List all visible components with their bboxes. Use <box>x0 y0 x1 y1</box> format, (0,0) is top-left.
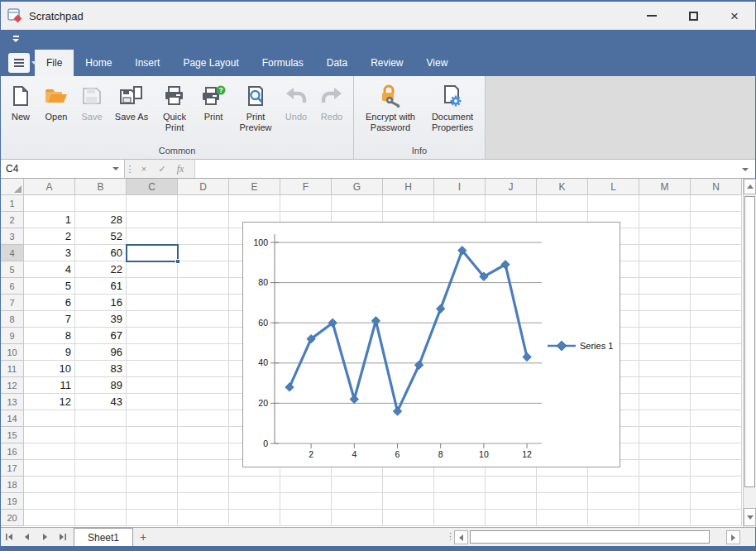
column-header-D[interactable]: D <box>178 179 229 195</box>
cell-A17[interactable] <box>24 460 75 477</box>
quick-access-dropdown-button[interactable] <box>12 36 19 42</box>
cell-J18[interactable] <box>486 477 537 493</box>
row-header-11[interactable]: 11 <box>1 361 24 377</box>
cell-M12[interactable] <box>639 377 691 394</box>
scroll-right-button[interactable] <box>726 530 740 544</box>
cell-M8[interactable] <box>639 311 691 328</box>
vertical-scrollbar[interactable] <box>743 179 756 527</box>
cell-A3[interactable]: 2 <box>24 228 75 245</box>
row-header-19[interactable]: 19 <box>1 493 24 510</box>
horizontal-scrollbar[interactable] <box>454 530 740 544</box>
encrypt-with-password-button[interactable]: Encrypt with Password <box>359 83 422 133</box>
cell-C18[interactable] <box>127 477 178 493</box>
cell-K18[interactable] <box>537 477 588 493</box>
cell-A15[interactable] <box>24 427 75 443</box>
cell-B2[interactable]: 28 <box>75 212 127 228</box>
cell-K20[interactable] <box>537 510 588 526</box>
cell-A19[interactable] <box>24 493 75 510</box>
row-header-2[interactable]: 2 <box>1 212 24 228</box>
cell-E1[interactable] <box>229 195 280 212</box>
next-sheet-button[interactable] <box>36 528 53 546</box>
cell-D19[interactable] <box>178 493 229 510</box>
cell-D2[interactable] <box>178 212 229 228</box>
cell-C10[interactable] <box>127 344 178 361</box>
cell-D18[interactable] <box>178 477 229 493</box>
cell-A16[interactable] <box>24 443 75 460</box>
save-as-button[interactable]: Save As <box>110 83 153 122</box>
cell-N18[interactable] <box>691 477 742 493</box>
cell-N8[interactable] <box>691 311 742 328</box>
cell-L18[interactable] <box>588 477 639 493</box>
cell-C5[interactable] <box>127 261 178 278</box>
tab-view[interactable]: View <box>415 50 460 76</box>
cell-M14[interactable] <box>639 410 691 427</box>
row-header-15[interactable]: 15 <box>1 427 24 443</box>
cell-K1[interactable] <box>537 195 588 212</box>
cell-G20[interactable] <box>332 510 383 526</box>
column-header-B[interactable]: B <box>75 179 127 195</box>
row-header-20[interactable]: 20 <box>1 510 24 526</box>
tab-data[interactable]: Data <box>315 50 359 76</box>
cell-N6[interactable] <box>691 278 742 295</box>
cell-D7[interactable] <box>178 295 229 311</box>
cell-D3[interactable] <box>178 228 229 245</box>
previous-sheet-button[interactable] <box>18 528 36 546</box>
cell-C15[interactable] <box>127 427 178 443</box>
row-header-5[interactable]: 5 <box>1 261 24 278</box>
insert-function-button[interactable]: fx <box>171 163 189 175</box>
cell-D16[interactable] <box>178 443 229 460</box>
cell-C1[interactable] <box>127 195 178 212</box>
cell-M11[interactable] <box>639 361 691 377</box>
cell-D6[interactable] <box>178 278 229 295</box>
cell-C16[interactable] <box>127 443 178 460</box>
ribbon-menu-button[interactable] <box>8 53 30 73</box>
cell-A6[interactable]: 5 <box>24 278 75 295</box>
row-header-10[interactable]: 10 <box>1 344 24 361</box>
cell-M13[interactable] <box>639 394 691 410</box>
column-header-H[interactable]: H <box>383 179 434 195</box>
cell-A11[interactable]: 10 <box>24 361 75 377</box>
cell-A13[interactable]: 12 <box>24 394 75 410</box>
cell-N9[interactable] <box>691 328 742 344</box>
scroll-left-button[interactable] <box>454 530 468 544</box>
row-header-13[interactable]: 13 <box>1 394 24 410</box>
cell-M5[interactable] <box>639 261 691 278</box>
cell-C17[interactable] <box>127 460 178 477</box>
cell-L19[interactable] <box>588 493 639 510</box>
cell-B5[interactable]: 22 <box>75 261 127 278</box>
cell-B12[interactable]: 89 <box>75 377 127 394</box>
cell-D12[interactable] <box>178 377 229 394</box>
formula-bar-splitter[interactable]: ⋮ <box>125 160 135 178</box>
cell-H18[interactable] <box>383 477 434 493</box>
cell-I19[interactable] <box>434 493 486 510</box>
row-header-4[interactable]: 4 <box>1 245 24 261</box>
cell-C14[interactable] <box>127 410 178 427</box>
cell-C12[interactable] <box>127 377 178 394</box>
row-header-7[interactable]: 7 <box>1 295 24 311</box>
cell-N10[interactable] <box>691 344 742 361</box>
scroll-up-button[interactable] <box>744 179 756 194</box>
last-sheet-button[interactable] <box>53 528 70 546</box>
cell-C13[interactable] <box>127 394 178 410</box>
redo-button[interactable]: Redo <box>315 83 348 122</box>
cell-C3[interactable] <box>127 228 178 245</box>
cell-N13[interactable] <box>691 394 742 410</box>
cell-M3[interactable] <box>639 228 691 245</box>
cell-C9[interactable] <box>127 328 178 344</box>
cell-M9[interactable] <box>639 328 691 344</box>
cell-D1[interactable] <box>178 195 229 212</box>
tab-formulas[interactable]: Formulas <box>251 50 315 76</box>
cell-I18[interactable] <box>434 477 486 493</box>
tab-file[interactable]: File <box>35 50 74 76</box>
cell-A12[interactable]: 11 <box>24 377 75 394</box>
cell-N4[interactable] <box>691 245 742 261</box>
cell-C7[interactable] <box>127 295 178 311</box>
row-header-6[interactable]: 6 <box>1 278 24 295</box>
cell-A18[interactable] <box>24 477 75 493</box>
row-header-16[interactable]: 16 <box>1 443 24 460</box>
cell-I1[interactable] <box>434 195 486 212</box>
cell-B7[interactable]: 16 <box>75 295 127 311</box>
cell-B18[interactable] <box>75 477 127 493</box>
row-header-18[interactable]: 18 <box>1 477 24 493</box>
cell-N12[interactable] <box>691 377 742 394</box>
